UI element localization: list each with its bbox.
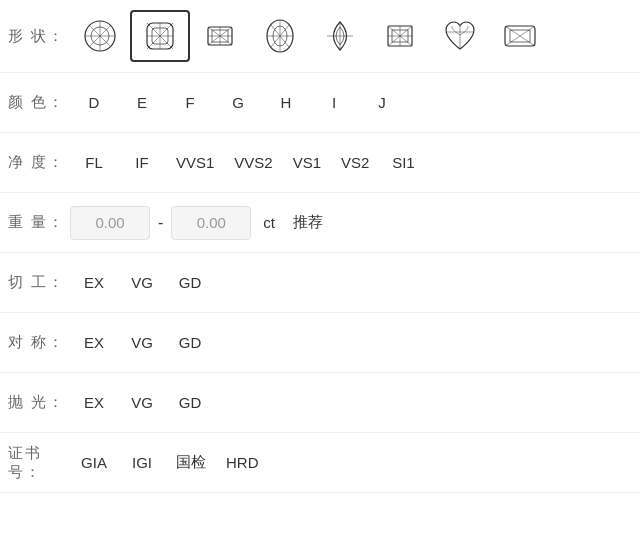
recommend-button[interactable]: 推荐 (293, 213, 323, 232)
certificate-label: 证书号： (0, 444, 70, 482)
round-icon (78, 14, 122, 58)
shape-emerald[interactable] (190, 12, 250, 60)
weight-row: - ct 推荐 (70, 206, 323, 240)
clarity-VVS2[interactable]: VVS2 (224, 150, 282, 175)
color-J[interactable]: J (358, 90, 406, 115)
color-E[interactable]: E (118, 90, 166, 115)
marquise-icon (318, 14, 362, 58)
radiant-icon (378, 14, 422, 58)
cert-HRD[interactable]: HRD (216, 450, 269, 475)
shape-heart[interactable] (430, 12, 490, 60)
oval-icon (258, 14, 302, 58)
shape-round[interactable] (70, 12, 130, 60)
shape-section: 形 状： (0, 0, 640, 73)
cushion-icon (138, 14, 182, 58)
polish-VG[interactable]: VG (118, 390, 166, 415)
symmetry-GD[interactable]: GD (166, 330, 214, 355)
shape-options (70, 10, 640, 62)
weight-section: 重 量： - ct 推荐 (0, 193, 640, 253)
symmetry-section: 对 称： EX VG GD (0, 313, 640, 373)
cut-options: EX VG GD (70, 270, 640, 295)
clarity-VS2[interactable]: VS2 (331, 150, 379, 175)
shape-marquise[interactable] (310, 12, 370, 60)
color-I[interactable]: I (310, 90, 358, 115)
shape-radiant[interactable] (370, 12, 430, 60)
color-F[interactable]: F (166, 90, 214, 115)
color-label: 颜 色： (0, 93, 70, 112)
clarity-IF[interactable]: IF (118, 150, 166, 175)
polish-options: EX VG GD (70, 390, 640, 415)
shape-cushion[interactable] (130, 10, 190, 62)
clarity-VVS1[interactable]: VVS1 (166, 150, 224, 175)
clarity-FL[interactable]: FL (70, 150, 118, 175)
clarity-SI1[interactable]: SI1 (379, 150, 427, 175)
cert-GIA[interactable]: GIA (70, 450, 118, 475)
clarity-VS1[interactable]: VS1 (283, 150, 331, 175)
clarity-label: 净 度： (0, 153, 70, 172)
polish-EX[interactable]: EX (70, 390, 118, 415)
symmetry-VG[interactable]: VG (118, 330, 166, 355)
symmetry-EX[interactable]: EX (70, 330, 118, 355)
more-icon (498, 14, 542, 58)
certificate-options: GIA IGI 国检 HRD (70, 449, 640, 476)
cut-VG[interactable]: VG (118, 270, 166, 295)
weight-label: 重 量： (0, 213, 70, 232)
symmetry-options: EX VG GD (70, 330, 640, 355)
shape-oval[interactable] (250, 12, 310, 60)
shape-label: 形 状： (0, 27, 70, 46)
weight-min-input[interactable] (70, 206, 150, 240)
cut-EX[interactable]: EX (70, 270, 118, 295)
shape-more[interactable] (490, 12, 550, 60)
color-H[interactable]: H (262, 90, 310, 115)
weight-dash: - (158, 214, 163, 232)
cut-GD[interactable]: GD (166, 270, 214, 295)
emerald-icon (198, 14, 242, 58)
certificate-section: 证书号： GIA IGI 国检 HRD (0, 433, 640, 493)
cut-section: 切 工： EX VG GD (0, 253, 640, 313)
symmetry-label: 对 称： (0, 333, 70, 352)
clarity-options: FL IF VVS1 VVS2 VS1 VS2 SI1 (70, 150, 640, 175)
polish-section: 抛 光： EX VG GD (0, 373, 640, 433)
polish-GD[interactable]: GD (166, 390, 214, 415)
color-D[interactable]: D (70, 90, 118, 115)
color-section: 颜 色： D E F G H I J (0, 73, 640, 133)
heart-icon (438, 14, 482, 58)
cut-label: 切 工： (0, 273, 70, 292)
color-options: D E F G H I J (70, 90, 640, 115)
polish-label: 抛 光： (0, 393, 70, 412)
clarity-section: 净 度： FL IF VVS1 VVS2 VS1 VS2 SI1 (0, 133, 640, 193)
cert-guojian[interactable]: 国检 (166, 449, 216, 476)
weight-max-input[interactable] (171, 206, 251, 240)
weight-unit: ct (263, 214, 275, 231)
cert-IGI[interactable]: IGI (118, 450, 166, 475)
color-G[interactable]: G (214, 90, 262, 115)
